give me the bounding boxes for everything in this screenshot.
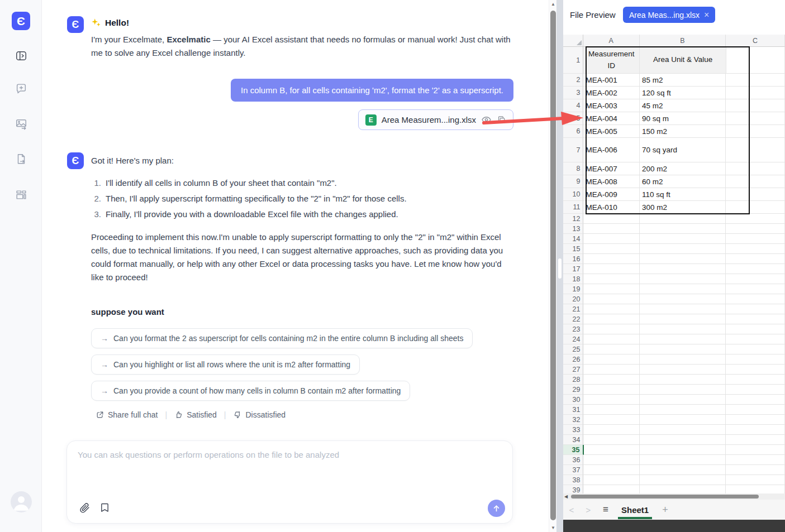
cell-C13[interactable] [726, 224, 785, 234]
cell-B35[interactable] [640, 445, 726, 455]
cell-B31[interactable] [640, 405, 726, 415]
cell-A2[interactable]: MEA-001 [583, 74, 640, 87]
splitter-handle[interactable] [558, 258, 562, 279]
file-tab[interactable]: Area Meas...ing.xlsx × [623, 7, 715, 23]
attach-file-button[interactable] [79, 502, 91, 516]
cell-B6[interactable]: 150 m2 [640, 125, 726, 138]
cell-B8[interactable]: 200 m2 [640, 162, 726, 175]
cell-C27[interactable] [726, 365, 785, 375]
cell-C31[interactable] [726, 405, 785, 415]
cell-B28[interactable] [640, 375, 726, 385]
cell-C26[interactable] [726, 354, 785, 365]
chat-input[interactable] [78, 450, 497, 499]
cell-C33[interactable] [726, 425, 785, 435]
cell-C10[interactable] [726, 188, 785, 201]
dissatisfied-button[interactable]: Dissatisfied [233, 410, 286, 419]
cell-C9[interactable] [726, 175, 785, 188]
cell-B33[interactable] [640, 425, 726, 435]
cell-C18[interactable] [726, 274, 785, 284]
cell-A10[interactable]: MEA-009 [583, 188, 640, 201]
prev-sheet-button[interactable]: < [563, 505, 580, 515]
cell-C4[interactable] [726, 99, 785, 112]
cell-A5[interactable]: MEA-004 [583, 112, 640, 125]
cell-A11[interactable]: MEA-010 [583, 201, 640, 214]
cell-A6[interactable]: MEA-005 [583, 125, 640, 138]
close-tab-icon[interactable]: × [704, 10, 709, 20]
row-header-19[interactable]: 19 [563, 284, 583, 294]
suggestion-button[interactable]: →Can you format the 2 as superscript for… [91, 328, 473, 348]
cell-A39[interactable] [583, 485, 640, 493]
cell-C19[interactable] [726, 284, 785, 294]
add-sheet-button[interactable]: + [662, 504, 668, 516]
sidebar-toggle-button[interactable] [15, 49, 28, 63]
cell-A21[interactable] [583, 304, 640, 314]
row-header-14[interactable]: 14 [563, 234, 583, 244]
new-chat-button[interactable] [15, 82, 28, 95]
cell-C22[interactable] [726, 314, 785, 324]
cell-A20[interactable] [583, 294, 640, 304]
cell-C3[interactable] [726, 87, 785, 99]
cell-C37[interactable] [726, 465, 785, 475]
cell-B25[interactable] [640, 344, 726, 354]
row-header-31[interactable]: 31 [563, 405, 583, 415]
cell-B1[interactable]: Area Unit & Value [640, 47, 726, 74]
row-header-26[interactable]: 26 [563, 354, 583, 365]
column-header-B[interactable]: B [640, 35, 726, 47]
cell-B22[interactable] [640, 314, 726, 324]
cell-C34[interactable] [726, 435, 785, 445]
cell-A22[interactable] [583, 314, 640, 324]
cell-A4[interactable]: MEA-003 [583, 99, 640, 112]
row-header-4[interactable]: 4 [563, 99, 583, 112]
cell-B19[interactable] [640, 284, 726, 294]
cell-A37[interactable] [583, 465, 640, 475]
cell-B20[interactable] [640, 294, 726, 304]
cell-A9[interactable]: MEA-008 [583, 175, 640, 188]
row-header-7[interactable]: 7 [563, 138, 583, 162]
cell-C24[interactable] [726, 334, 785, 344]
panel-splitter[interactable] [556, 0, 563, 532]
row-header-39[interactable]: 39 [563, 485, 583, 493]
row-header-17[interactable]: 17 [563, 264, 583, 274]
row-header-37[interactable]: 37 [563, 465, 583, 475]
row-header-16[interactable]: 16 [563, 254, 583, 264]
cell-A19[interactable] [583, 284, 640, 294]
cell-C8[interactable] [726, 162, 785, 175]
cell-C36[interactable] [726, 455, 785, 465]
cell-B4[interactable]: 45 m2 [640, 99, 726, 112]
row-header-21[interactable]: 21 [563, 304, 583, 314]
row-header-10[interactable]: 10 [563, 188, 583, 201]
column-header-A[interactable]: A [583, 35, 640, 47]
excelmatic-logo[interactable]: Є [12, 12, 30, 30]
row-header-9[interactable]: 9 [563, 175, 583, 188]
row-header-30[interactable]: 30 [563, 395, 583, 405]
cell-C12[interactable] [726, 214, 785, 224]
row-header-29[interactable]: 29 [563, 385, 583, 395]
send-button[interactable] [488, 500, 505, 517]
cell-C20[interactable] [726, 294, 785, 304]
cell-A8[interactable]: MEA-007 [583, 162, 640, 175]
cell-B17[interactable] [640, 264, 726, 274]
cell-A30[interactable] [583, 395, 640, 405]
suggestion-button[interactable]: →Can you highlight or list all rows wher… [91, 354, 360, 375]
cell-B37[interactable] [640, 465, 726, 475]
cell-B32[interactable] [640, 415, 726, 425]
cell-A35[interactable] [584, 445, 640, 455]
cell-B24[interactable] [640, 334, 726, 344]
cell-B29[interactable] [640, 385, 726, 395]
cell-B14[interactable] [640, 234, 726, 244]
select-all-corner[interactable] [563, 35, 583, 47]
cell-C7[interactable] [726, 138, 785, 162]
cell-C38[interactable] [726, 475, 785, 485]
user-avatar[interactable] [11, 491, 32, 512]
cell-B5[interactable]: 90 sq m [640, 112, 726, 125]
cell-C30[interactable] [726, 395, 785, 405]
cell-C25[interactable] [726, 344, 785, 354]
cell-B18[interactable] [640, 274, 726, 284]
cell-B3[interactable]: 120 sq ft [640, 87, 726, 99]
cell-A15[interactable] [583, 244, 640, 254]
cell-B30[interactable] [640, 395, 726, 405]
cell-A12[interactable] [583, 214, 640, 224]
attachment-chip[interactable]: E Area Measurem...ing.xlsx [358, 109, 513, 130]
cell-A34[interactable] [583, 435, 640, 445]
image-convert-button[interactable] [15, 117, 28, 131]
